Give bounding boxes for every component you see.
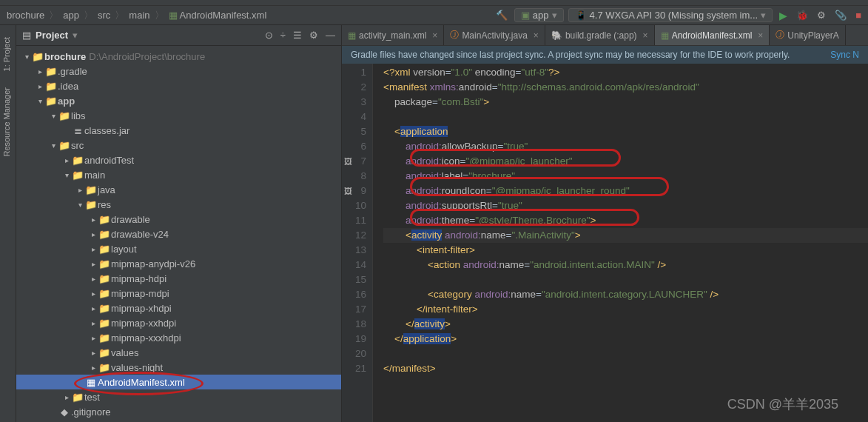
debug-icon[interactable]: 🐞 [794, 10, 810, 21]
tree-node[interactable]: ▸📁mipmap-mdpi [16, 286, 341, 301]
close-icon[interactable]: × [758, 30, 763, 41]
close-icon[interactable]: × [432, 30, 437, 41]
gutter: 1234567🖼89🖼101112131415161718192021 [342, 64, 373, 422]
tree-node[interactable]: ▾📁app [16, 93, 341, 108]
breadcrumb-item[interactable]: ▦AndroidManifest.xml [166, 10, 269, 21]
project-title: Project [36, 30, 68, 41]
run-config-select[interactable]: ▣app▾ [514, 8, 564, 22]
tree-node[interactable]: ▸📁mipmap-hdpi [16, 271, 341, 286]
tree-node[interactable]: ▸📁drawable [16, 212, 341, 227]
tree-node[interactable]: ▸📁test [16, 389, 341, 404]
project-panel: ▤ Project ▾ ⊙ ÷ ☰ ⚙ — ▾📁brochureD:\Andro… [16, 25, 342, 422]
tree-node[interactable]: ▸📁.gradle [16, 64, 341, 78]
run-config-area: 🔨 ▣app▾ 📱4.7 WXGA API 30 (Missing system… [494, 8, 864, 22]
cog-icon[interactable]: ⊙ [265, 30, 273, 41]
stop-icon[interactable]: ■ [853, 10, 864, 21]
tree-node[interactable]: ▾📁brochureD:\AndroidProject\brochure [16, 49, 341, 64]
editor-tabs: ▦activity_main.xml×ⒿMainActivity.java×🐘b… [342, 25, 868, 46]
hide-icon[interactable]: — [326, 30, 335, 41]
profile-icon[interactable]: ⚙ [815, 10, 828, 21]
editor-tab[interactable]: ▦activity_main.xml× [342, 25, 444, 45]
tree-node[interactable]: ▸📁layout [16, 241, 341, 256]
tree-node[interactable]: ▸📁mipmap-xhdpi [16, 301, 341, 315]
tree-node[interactable]: ▸📁values-night [16, 360, 341, 375]
tree-node[interactable]: ▸📁values [16, 345, 341, 360]
sync-now-link[interactable]: Sync N [830, 50, 859, 60]
tool-window-bar: 1: Project Resource Manager [0, 25, 16, 422]
project-tool-tab[interactable]: 1: Project [0, 33, 13, 76]
breadcrumb-item[interactable]: brochure [4, 10, 47, 21]
close-icon[interactable]: × [534, 30, 539, 41]
banner-message: Gradle files have changed since last pro… [351, 50, 790, 60]
tree-node[interactable]: ▾📁libs [16, 108, 341, 123]
editor-tab[interactable]: ⒿMainActivity.java× [444, 25, 545, 45]
collapse-icon[interactable]: ÷ [280, 30, 286, 41]
editor-tab[interactable]: ▦AndroidManifest.xml× [655, 25, 770, 45]
editor-tab[interactable]: ⒿUnityPlayerA [770, 25, 845, 45]
code-editor[interactable]: 1234567🖼89🖼101112131415161718192021 <?xm… [342, 64, 868, 422]
tree-node[interactable]: ▸📁mipmap-xxhdpi [16, 315, 341, 330]
close-icon[interactable]: × [643, 30, 648, 41]
settings-icon[interactable]: ⚙ [309, 30, 318, 41]
menu-bar [0, 0, 868, 6]
gradle-sync-banner: Gradle files have changed since last pro… [342, 46, 868, 64]
tree-node[interactable]: ▦AndroidManifest.xml [16, 375, 341, 389]
run-icon[interactable]: ▶ [777, 10, 790, 21]
breadcrumb-item[interactable]: src [95, 10, 112, 21]
editor-area: ▦activity_main.xml×ⒿMainActivity.java×🐘b… [342, 25, 868, 422]
resource-manager-tab[interactable]: Resource Manager [0, 83, 13, 161]
code-body[interactable]: <?xml version="1.0" encoding="utf-8"?><m… [373, 64, 868, 422]
tree-node[interactable]: ▸📁androidTest [16, 153, 341, 167]
tree-node[interactable]: ▸📁drawable-v24 [16, 227, 341, 241]
tree-node[interactable]: ◆.gitignore [16, 404, 341, 419]
project-tree[interactable]: ▾📁brochureD:\AndroidProject\brochure▸📁.g… [16, 46, 341, 422]
watermark: CSDN @羊羊2035 [727, 395, 838, 413]
tree-node[interactable]: ▸📁.idea [16, 78, 341, 93]
tree-node[interactable]: ≣classes.jar [16, 123, 341, 138]
breadcrumb-item[interactable]: main [127, 10, 152, 21]
tree-node[interactable]: ▾📁main [16, 167, 341, 182]
tree-node[interactable]: ▸📁mipmap-xxxhdpi [16, 330, 341, 345]
tree-node[interactable]: ▾📁src [16, 138, 341, 153]
device-select[interactable]: 📱4.7 WXGA API 30 (Missing system im...▾ [568, 8, 773, 22]
tree-node[interactable]: ▾📁res [16, 197, 341, 212]
hammer-icon[interactable]: 🔨 [494, 10, 510, 21]
breadcrumb-item[interactable]: app [61, 10, 81, 21]
tree-node[interactable]: ▸📁mipmap-anydpi-v26 [16, 256, 341, 271]
project-panel-header: ▤ Project ▾ ⊙ ÷ ☰ ⚙ — [16, 25, 341, 46]
breadcrumb[interactable]: brochure〉app〉src〉main〉▦AndroidManifest.x… [4, 9, 269, 22]
editor-tab[interactable]: 🐘build.gradle (:app)× [545, 25, 655, 45]
scroll-icon[interactable]: ☰ [293, 30, 302, 41]
attach-icon[interactable]: 📎 [832, 10, 849, 21]
project-view-icon: ▤ [22, 30, 31, 41]
nav-bar: brochure〉app〉src〉main〉▦AndroidManifest.x… [0, 6, 868, 25]
tree-node[interactable]: ▸📁java [16, 182, 341, 197]
